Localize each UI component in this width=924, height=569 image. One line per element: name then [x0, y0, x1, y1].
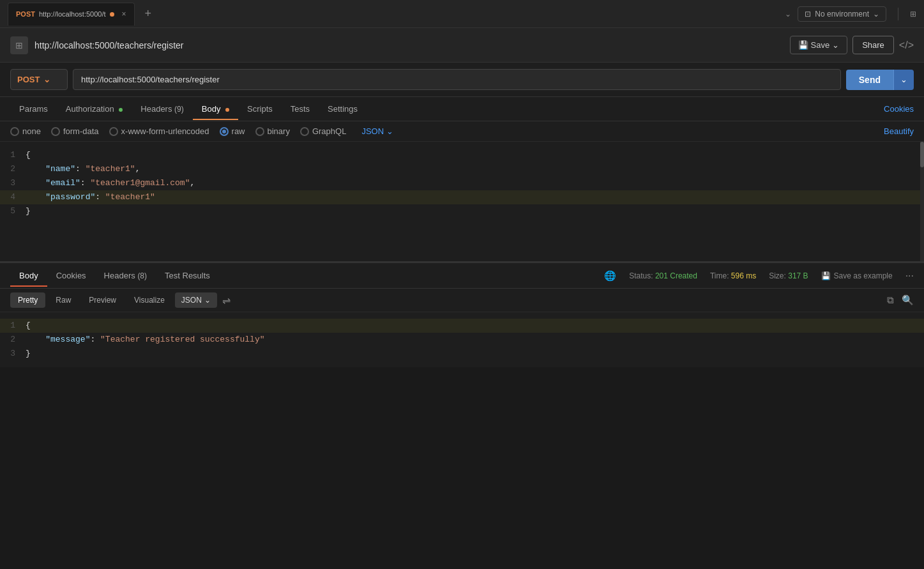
wrap-lines-icon[interactable]: ⇌	[222, 294, 231, 307]
fmt-tab-pretty[interactable]: Pretty	[10, 292, 45, 308]
beautify-button[interactable]: Beautify	[884, 126, 914, 136]
request-title: http://localhost:5000/teachers/register	[34, 40, 784, 50]
response-format-dropdown[interactable]: JSON ⌄	[175, 292, 217, 308]
url-bar: POST ⌄ Send ⌄	[0, 63, 924, 97]
tab-params[interactable]: Params	[10, 98, 57, 120]
body-type-urlencoded[interactable]: x-www-form-urlencoded	[109, 126, 209, 136]
more-options-button[interactable]: ···	[905, 270, 914, 282]
environment-selector[interactable]: ⊡ No environment ⌄	[798, 6, 886, 22]
response-format-label: JSON	[181, 296, 202, 305]
raw-label: raw	[232, 126, 245, 136]
url-input[interactable]	[73, 69, 841, 90]
fmt-tab-preview[interactable]: Preview	[81, 292, 124, 308]
tab-settings[interactable]: Settings	[319, 98, 367, 120]
save-example-icon: 💾	[821, 271, 831, 280]
response-format-bar: Pretty Raw Preview Visualize JSON ⌄ ⇌ ⧉ …	[0, 289, 924, 312]
code-line-1: 1 {	[0, 148, 924, 162]
body-type-raw[interactable]: raw	[220, 126, 245, 136]
authorization-dot	[119, 108, 123, 112]
resp-cookies-label: Cookies	[56, 271, 86, 280]
add-tab-button[interactable]: +	[140, 4, 157, 23]
settings-label: Settings	[328, 104, 358, 114]
resp-tab-cookies[interactable]: Cookies	[47, 264, 95, 287]
search-icon[interactable]: 🔍	[902, 294, 914, 306]
resp-code-line-1: 1 {	[0, 319, 924, 333]
settings-icon[interactable]: ⊞	[910, 10, 916, 19]
raw-radio[interactable]	[220, 127, 229, 136]
body-type-none[interactable]: none	[10, 126, 41, 136]
none-radio[interactable]	[10, 127, 19, 136]
response-status: 🌐 Status: 201 Created Time: 596 ms Size:…	[604, 270, 914, 282]
line-number-5: 5	[0, 204, 26, 218]
request-bar: ⊞ http://localhost:5000/teachers/registe…	[0, 28, 924, 63]
resp-tab-headers[interactable]: Headers (8)	[95, 264, 156, 287]
request-tab[interactable]: POST http://localhost:5000/t ×	[8, 3, 135, 26]
time-label: Time:	[710, 271, 729, 280]
chevron-down-icon[interactable]: ⌄	[785, 10, 791, 19]
authorization-label: Authorization	[66, 104, 114, 114]
form-data-label: form-data	[63, 126, 99, 136]
scrollbar-thumb[interactable]	[920, 142, 924, 167]
fmt-tab-visualize[interactable]: Visualize	[126, 292, 172, 308]
resp-line-number-1: 1	[0, 319, 26, 333]
fmt-tab-raw[interactable]: Raw	[48, 292, 79, 308]
request-code-editor[interactable]: 1 { 2 "name": "teacher1", 3 "email": "te…	[0, 142, 924, 261]
resp-tab-test-results[interactable]: Test Results	[156, 264, 219, 287]
line-number-3: 3	[0, 176, 26, 190]
tab-headers[interactable]: Headers (9)	[132, 98, 192, 120]
env-label: No environment	[815, 10, 869, 19]
resp-line-content-1: {	[26, 319, 31, 333]
tab-close-icon[interactable]: ×	[122, 10, 126, 19]
resp-body-label: Body	[19, 271, 38, 280]
request-tabs-bar: Params Authorization Headers (9) Body Sc…	[0, 97, 924, 121]
top-bar-right: ⌄ ⊡ No environment ⌄ ⊞	[785, 6, 916, 22]
response-code-editor[interactable]: 1 { 2 "message": "Teacher registered suc…	[0, 312, 924, 367]
send-dropdown-button[interactable]: ⌄	[893, 70, 914, 90]
response-panel: Body Cookies Headers (8) Test Results 🌐 …	[0, 263, 924, 367]
line-number-4: 4	[0, 190, 26, 204]
form-data-radio[interactable]	[51, 127, 60, 136]
tab-tests[interactable]: Tests	[282, 98, 319, 120]
line-number-2: 2	[0, 162, 26, 176]
body-type-graphql[interactable]: GraphQL	[300, 126, 346, 136]
binary-radio[interactable]	[255, 127, 264, 136]
share-button[interactable]: Share	[852, 36, 894, 54]
code-line-4: 4 "password": "teacher1"	[0, 190, 924, 204]
graphql-label: GraphQL	[312, 126, 346, 136]
tests-label: Tests	[291, 104, 310, 114]
save-example-label: Save as example	[834, 271, 893, 280]
body-dot	[225, 108, 229, 112]
urlencoded-radio[interactable]	[109, 127, 118, 136]
method-select[interactable]: POST ⌄	[10, 69, 68, 90]
cookies-link[interactable]: Cookies	[884, 104, 914, 114]
code-icon[interactable]: </>	[899, 40, 914, 51]
tab-authorization[interactable]: Authorization	[57, 98, 132, 120]
line-content-2: "name": "teacher1",	[26, 162, 140, 176]
save-button[interactable]: 💾 Save ⌄	[790, 36, 848, 54]
resp-tab-body[interactable]: Body	[10, 264, 47, 287]
divider	[898, 8, 898, 20]
urlencoded-label: x-www-form-urlencoded	[121, 126, 209, 136]
graphql-radio[interactable]	[300, 127, 309, 136]
tab-url: http://localhost:5000/t	[39, 10, 106, 18]
size-label-text: Size: 317 B	[769, 271, 808, 280]
line-number-1: 1	[0, 148, 26, 162]
body-type-binary[interactable]: binary	[255, 126, 290, 136]
send-button[interactable]: Send	[846, 70, 893, 90]
save-as-example-button[interactable]: 💾 Save as example	[821, 271, 893, 280]
body-type-form-data[interactable]: form-data	[51, 126, 99, 136]
tab-body[interactable]: Body	[193, 98, 238, 120]
size-value: 317 B	[788, 271, 808, 280]
line-content-1: {	[26, 148, 31, 162]
json-format-label: JSON	[361, 126, 384, 136]
code-line-2: 2 "name": "teacher1",	[0, 162, 924, 176]
resp-headers-label: Headers	[104, 271, 135, 280]
save-chevron-icon: ⌄	[832, 40, 839, 50]
resp-line-number-2: 2	[0, 333, 26, 347]
globe-icon: 🌐	[604, 270, 616, 282]
tab-scripts[interactable]: Scripts	[238, 98, 282, 120]
tab-modified-dot	[110, 12, 114, 17]
method-chevron-icon: ⌄	[43, 75, 50, 84]
json-format-dropdown[interactable]: JSON ⌄	[361, 126, 393, 136]
copy-icon[interactable]: ⧉	[887, 294, 894, 306]
